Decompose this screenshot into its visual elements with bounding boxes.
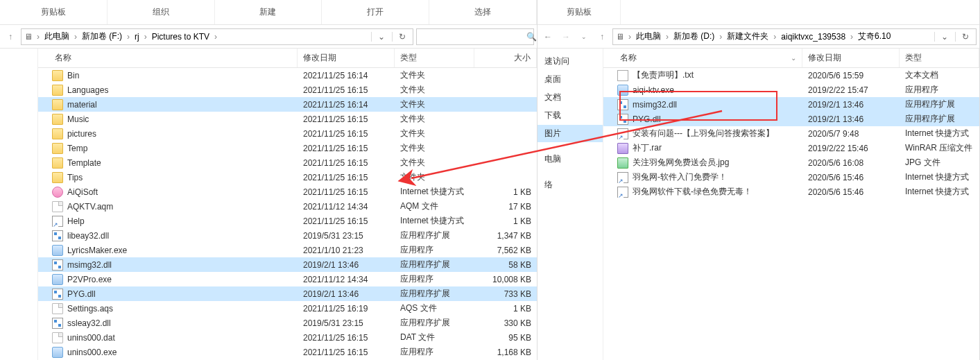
nav-tree-item[interactable] [538, 169, 603, 175]
file-type: 文件夹 [395, 157, 474, 169]
nav-tree-item[interactable]: 电脑 [538, 151, 603, 168]
breadcrumb[interactable]: 🖥 › 此电脑 › 新加卷 (D:) › 新建文件夹 › aiqiktvxc_1… [612, 28, 977, 45]
nav-tree-collapsed[interactable] [0, 49, 38, 360]
search-input[interactable] [417, 32, 526, 42]
search-icon[interactable]: 🔍 [526, 32, 537, 42]
toolbar-tab[interactable]: 组织 [108, 0, 215, 24]
file-row[interactable]: Languages2021/11/25 16:15文件夹 [38, 83, 537, 97]
file-type: JPG 文件 [900, 157, 979, 169]
col-header-name[interactable]: 名称 [38, 49, 298, 67]
file-row[interactable]: 安装有问题---【上羽兔问答搜索答案】2020/5/7 9:48Internet… [603, 126, 979, 141]
folder-icon [52, 172, 63, 183]
refresh-icon[interactable]: ↻ [955, 32, 974, 42]
file-list[interactable]: 名称 修改日期 类型 大小 Bin2021/11/25 16:14文件夹Lang… [38, 49, 537, 360]
chevron-right-icon[interactable]: › [627, 32, 633, 42]
file-row[interactable]: pictures2021/11/25 16:15文件夹 [38, 126, 537, 141]
nav-tree-item[interactable]: 下载 [538, 107, 603, 124]
file-row[interactable]: 补丁.rar2019/2/22 15:46WinRAR 压缩文件 [603, 141, 979, 155]
crumb[interactable]: 新建文件夹 [725, 31, 771, 42]
file-icon [52, 303, 63, 314]
file-row[interactable]: unins000.exe2021/11/25 16:15应用程序1,168 KB [38, 345, 537, 359]
col-header-date[interactable]: 修改日期 [802, 49, 900, 67]
crumb[interactable]: 艾奇6.10 [856, 31, 893, 42]
chevron-right-icon[interactable]: › [35, 32, 41, 42]
file-row[interactable]: libeay32.dll2019/5/31 23:15应用程序扩展1,347 K… [38, 228, 537, 243]
history-dropdown-icon[interactable]: ⌄ [371, 32, 390, 42]
file-row[interactable]: PYG.dll2019/2/1 13:46应用程序扩展733 KB [38, 286, 537, 301]
file-size: 1,168 KB [474, 348, 537, 357]
chevron-down-icon[interactable]: ⌄ [576, 29, 592, 44]
file-row[interactable]: material2021/11/25 16:14文件夹 [38, 97, 537, 112]
file-row[interactable]: aiqi-ktv.exe2019/2/22 15:47应用程序 [603, 83, 979, 97]
chevron-right-icon[interactable]: › [664, 32, 670, 42]
nav-tree-item[interactable]: 桌面 [538, 71, 603, 88]
crumb[interactable]: Pictures to KTV [150, 32, 212, 42]
nav-tree-item[interactable]: 文档 [538, 89, 603, 106]
breadcrumb[interactable]: 🖥 › 此电脑 › 新加卷 (F:) › rj › Pictures to KT… [21, 28, 413, 45]
col-header-type[interactable]: 类型 [900, 49, 979, 67]
file-row[interactable]: AQKTV.aqm2021/11/12 14:34AQM 文件17 KB [38, 199, 537, 214]
file-row[interactable]: Bin2021/11/25 16:14文件夹 [38, 68, 537, 83]
nav-tree-item[interactable]: 络 [538, 176, 603, 194]
col-header-type[interactable]: 类型 [395, 49, 474, 67]
file-row[interactable]: Temp2021/11/25 16:15文件夹 [38, 141, 537, 155]
file-row[interactable]: Help2021/11/25 16:15Internet 快捷方式1 KB [38, 214, 537, 228]
folder-icon [52, 114, 63, 125]
file-row[interactable]: P2VPro.exe2021/11/12 14:34应用程序10,008 KB [38, 272, 537, 286]
chevron-right-icon[interactable]: › [126, 32, 131, 42]
nav-tree-item[interactable]: 图片 [538, 125, 603, 142]
toolbar-tab[interactable]: 新建 [215, 0, 323, 24]
crumb[interactable]: rj [132, 32, 141, 42]
refresh-icon[interactable]: ↻ [392, 32, 411, 42]
chevron-right-icon[interactable]: › [143, 32, 148, 42]
toolbar-tab[interactable]: 选择 [429, 0, 537, 24]
folder-icon [52, 143, 63, 154]
file-row[interactable]: LyricsMaker.exe2021/1/10 21:23应用程序7,562 … [38, 243, 537, 257]
file-type: 应用程序扩展 [395, 259, 474, 271]
file-date: 2021/11/25 16:15 [298, 129, 395, 139]
crumb[interactable]: 新加卷 (D:) [671, 31, 716, 42]
content-area: 名称 修改日期 类型 大小 Bin2021/11/25 16:14文件夹Lang… [0, 49, 537, 360]
file-row[interactable]: PYG.dll2019/2/1 13:46应用程序扩展 [603, 112, 979, 126]
file-row[interactable]: ssleay32.dll2019/5/31 23:15应用程序扩展330 KB [38, 316, 537, 330]
col-header-size[interactable]: 大小 [474, 49, 537, 67]
search-box[interactable]: 🔍 [416, 28, 534, 45]
file-row[interactable]: Template2021/11/25 16:15文件夹 [38, 155, 537, 170]
history-dropdown-icon[interactable]: ⌄ [934, 32, 954, 42]
nav-forward-icon[interactable]: → [558, 29, 574, 44]
file-row[interactable]: AiQiSoft2021/11/25 16:15Internet 快捷方式1 K… [38, 185, 537, 199]
file-row[interactable]: unins000.dat2021/11/25 16:15DAT 文件95 KB [38, 330, 537, 345]
nav-up-icon[interactable]: ↑ [594, 29, 610, 44]
nav-up-icon[interactable]: ↑ [3, 29, 18, 44]
file-size: 330 KB [474, 318, 537, 328]
nav-tree-item[interactable]: 速访问 [538, 53, 603, 70]
exe-icon [52, 347, 63, 358]
crumb[interactable]: 此电脑 [42, 31, 71, 42]
crumb[interactable]: 新加卷 (F:) [80, 31, 124, 42]
chevron-right-icon[interactable]: › [73, 32, 78, 42]
file-row[interactable]: Settings.aqs2021/11/25 16:19AQS 文件1 KB [38, 301, 537, 316]
file-row[interactable]: 羽兔网-软件入门免费学！2020/5/6 15:46Internet 快捷方式 [603, 170, 979, 185]
chevron-right-icon[interactable]: › [213, 32, 218, 42]
chevron-right-icon[interactable]: › [718, 32, 723, 42]
file-row[interactable]: 【免责声明】.txt2020/5/6 15:59文本文档 [603, 68, 979, 83]
toolbar-tab[interactable]: 剪贴板 [0, 0, 108, 24]
file-list[interactable]: 名称⌄ 修改日期 类型 【免责声明】.txt2020/5/6 15:59文本文档… [603, 49, 979, 360]
toolbar-tab[interactable]: 剪贴板 [538, 0, 621, 24]
nav-tree-item[interactable] [538, 143, 603, 150]
toolbar-tab[interactable]: 打开 [322, 0, 429, 24]
col-header-name[interactable]: 名称⌄ [603, 49, 802, 67]
nav-back-icon[interactable]: ← [540, 29, 556, 44]
crumb[interactable]: aiqiktvxc_139538 [779, 32, 848, 42]
file-row[interactable]: 羽兔网软件下载-绿色免费无毒！2020/5/6 15:46Internet 快捷… [603, 185, 979, 199]
col-header-date[interactable]: 修改日期 [298, 49, 395, 67]
nav-tree[interactable]: 速访问桌面文档下载图片电脑络 [538, 49, 603, 360]
crumb[interactable]: 此电脑 [634, 31, 663, 42]
file-row[interactable]: msimg32.dll2019/2/1 13:46应用程序扩展 [603, 97, 979, 112]
chevron-right-icon[interactable]: › [849, 32, 854, 42]
file-row[interactable]: 关注羽兔网免费送会员.jpg2020/5/6 16:08JPG 文件 [603, 155, 979, 170]
file-row[interactable]: Tips2021/11/25 16:15文件夹 [38, 170, 537, 185]
file-row[interactable]: msimg32.dll2019/2/1 13:46应用程序扩展58 KB [38, 257, 537, 272]
file-row[interactable]: Music2021/11/25 16:15文件夹 [38, 112, 537, 126]
chevron-right-icon[interactable]: › [772, 32, 777, 42]
